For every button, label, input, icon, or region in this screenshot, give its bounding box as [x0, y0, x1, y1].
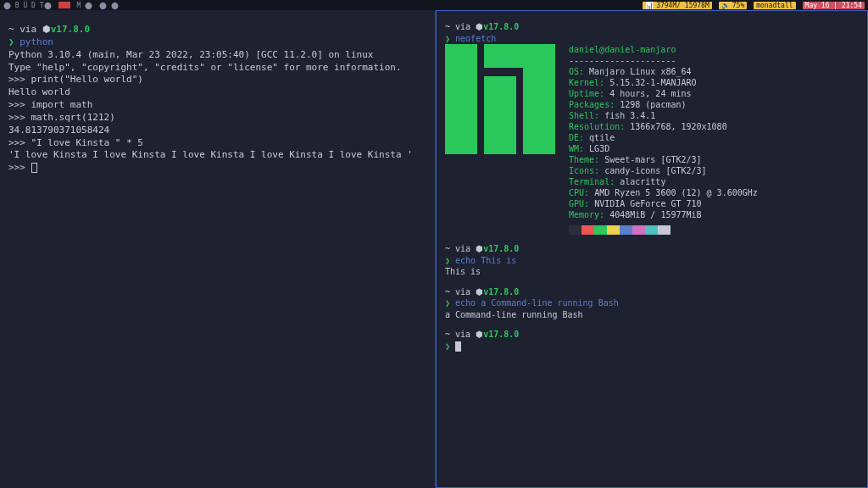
python-header: Python 3.10.4 (main, Mar 23 2022, 23:05:… [8, 49, 426, 62]
nf-terminal: alacritty [620, 177, 665, 186]
manjaro-logo-icon [445, 44, 555, 154]
nf-gpu: NVIDIA GeForce GT 710 [594, 199, 701, 208]
command-echo: echo [455, 298, 476, 308]
nf-theme: Sweet-mars [GTK2/3] [604, 155, 701, 164]
cursor-icon [455, 341, 461, 352]
prompt-arrow-icon: ❯ [445, 256, 450, 265]
repl-prompt: >>> [8, 162, 31, 173]
tiled-layout: ~ via ⬢v17.8.0 ❯ python Python 3.10.4 (m… [0, 10, 868, 488]
volume-indicator: 🔊 75% [719, 2, 747, 9]
prompt-arrow-icon: ❯ [445, 341, 450, 351]
prompt-arrow-icon: ❯ [8, 36, 14, 47]
memory-indicator: 📊 3794M/ 15978M [643, 2, 712, 9]
command-neofetch: neofetch [455, 34, 496, 43]
nf-resolution: 1366x768, 1920x1080 [630, 122, 726, 131]
nf-uptime: 4 hours, 24 mins [609, 89, 691, 98]
nf-wm: LG3D [589, 144, 609, 153]
terminal-left[interactable]: ~ via ⬢v17.8.0 ❯ python Python 3.10.4 (m… [0, 10, 436, 488]
user-indicator: monadtall [754, 2, 795, 9]
terminal-right[interactable]: ~ via ⬢v17.8.0 ❯ neofetch daniel@daniel-… [436, 10, 868, 488]
nf-os: Manjaro Linux x86_64 [589, 67, 691, 76]
repl-line: >>> "I love Kinsta " * 5 [8, 137, 426, 150]
repl-output: 'I love Kinsta I love Kinsta I love Kins… [8, 149, 426, 162]
nf-memory: 4048MiB / 15977MiB [609, 210, 701, 219]
nf-shell: fish 3.4.1 [604, 111, 655, 120]
prompt-path: ~ via [8, 24, 36, 35]
python-help: Type "help", "copyright", "credits" or "… [8, 62, 426, 75]
repl-output: 34.813790371058424 [8, 125, 426, 137]
nf-separator: --------------------- [569, 55, 758, 66]
nf-cpu: AMD Ryzen 5 3600 (12) @ 3.600GHz [594, 188, 758, 197]
nf-packages: 1298 (pacman) [620, 100, 686, 109]
prompt-arrow-icon: ❯ [445, 298, 450, 308]
datetime-indicator: May 16 | 21:54 [803, 2, 865, 9]
command-python: python [19, 36, 53, 47]
nf-kernel: 5.15.32-1-MANJARO [609, 78, 696, 87]
prompt-path: ~ via [445, 22, 470, 31]
nf-hostname: daniel@daniel-manjaro [569, 45, 676, 54]
cursor-icon [31, 163, 37, 173]
workspace-indicator[interactable]: ⬤ B Ú D T⬤ M ⬤ ⬤ ⬤ [3, 2, 119, 9]
repl-line: >>> math.sqrt(1212) [8, 112, 426, 125]
repl-line: >>> print("Hello world") [8, 74, 426, 86]
node-version: v17.8.0 [51, 24, 90, 35]
color-palette [569, 225, 758, 235]
command-echo: echo [455, 256, 476, 265]
prompt-arrow-icon: ❯ [445, 34, 450, 43]
repl-line: >>> import math [8, 99, 426, 112]
node-version: v17.8.0 [483, 22, 519, 31]
echo-output: This is [445, 266, 859, 278]
nf-de: qtile [589, 133, 615, 142]
neofetch-output: daniel@daniel-manjaro ------------------… [445, 44, 859, 235]
repl-output: Hello world [8, 86, 426, 99]
echo-output: a Command-line running Bash [445, 309, 859, 321]
nf-icons: candy-icons [GTK2/3] [604, 166, 706, 175]
top-bar: ⬤ B Ú D T⬤ M ⬤ ⬤ ⬤ 📊 3794M/ 15978M 🔊 75%… [0, 0, 868, 10]
active-workspace-icon [58, 2, 70, 8]
